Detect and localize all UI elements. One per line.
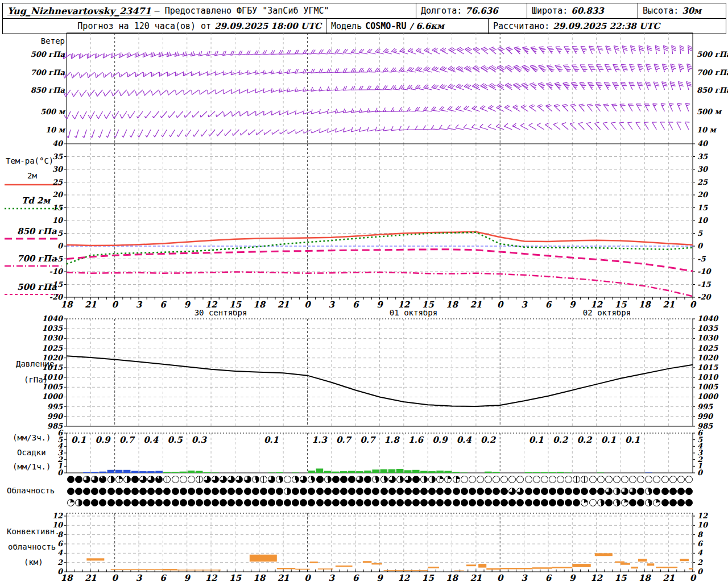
cloud-symbol	[324, 488, 332, 495]
precip-bar	[597, 472, 605, 473]
cloud-symbol	[549, 499, 556, 506]
precip-bar	[316, 468, 324, 473]
cloud-symbol	[396, 476, 404, 483]
hour-label-top: 18	[253, 300, 265, 310]
conv-tick-label: 12	[52, 512, 63, 520]
precip-bar	[99, 472, 106, 473]
cloud-symbol	[461, 499, 468, 506]
cloud-symbol	[533, 488, 540, 495]
hour-label-bottom: 0	[497, 573, 503, 582]
cloud-symbol	[380, 499, 388, 506]
convective-bar	[111, 569, 163, 571]
cloud-symbol	[525, 488, 532, 495]
precip-3h-value: 0.1	[529, 435, 544, 445]
precip-3h-value: 0.5	[167, 435, 182, 445]
temp-tick-label: 35	[52, 152, 63, 161]
precip-bar	[549, 472, 556, 473]
cloud-symbol	[589, 476, 597, 483]
cloud-symbol	[324, 476, 332, 483]
cloud-symbol	[244, 476, 251, 483]
cloud-symbol	[123, 499, 131, 506]
precip-bar	[83, 472, 90, 473]
hour-label-bottom: 6	[353, 573, 358, 582]
precip-bar	[404, 470, 412, 473]
convective-bar	[177, 569, 221, 570]
pressure-tick-label: 1020	[697, 354, 718, 362]
convective-bar	[638, 559, 647, 562]
cloud-symbol	[412, 488, 420, 495]
cloud-symbol	[131, 476, 139, 483]
cloud-symbol	[597, 488, 605, 495]
hour-label-bottom: 21	[470, 573, 482, 582]
cloud-symbol	[477, 476, 484, 483]
hour-label-bottom: 3	[329, 573, 334, 582]
cloud-symbol	[396, 488, 404, 495]
convective-bar	[371, 563, 382, 564]
precip-bar	[541, 472, 548, 473]
precip-bar	[91, 472, 98, 473]
precip-3h-value: 0.3	[192, 435, 206, 445]
pressure-tick-label: 1015	[42, 363, 63, 372]
cloud-symbol	[204, 499, 211, 506]
cloud-symbol	[404, 488, 412, 495]
precip-title: Осадки	[17, 448, 46, 457]
cloud-symbol	[533, 499, 540, 506]
cloud-symbol	[541, 488, 548, 495]
hour-label-bottom: 15	[422, 573, 434, 582]
cloud-symbol	[589, 499, 597, 506]
conv-tick-label: 6	[697, 539, 702, 548]
convective-bar	[689, 568, 693, 569]
cloud-symbol	[613, 488, 621, 495]
cloud-symbol	[420, 488, 428, 495]
wind-level-500m-left: 500 м	[40, 107, 65, 116]
pressure-tick-label: 1025	[42, 344, 63, 352]
temp-tick-label: 5	[57, 229, 63, 238]
cloud-symbol	[453, 476, 460, 483]
cloud-symbol	[541, 499, 548, 506]
convective-bar	[336, 566, 353, 567]
hour-label-bottom: 12	[205, 573, 217, 582]
pressure-tick-label: 1035	[697, 324, 718, 332]
precip-bar	[428, 471, 436, 473]
temp-curve-0	[67, 232, 693, 246]
hour-label-bottom: 21	[278, 573, 289, 582]
cloud-symbol	[196, 499, 203, 506]
hour-label-bottom: 21	[663, 573, 675, 582]
cloud-symbol	[139, 488, 147, 495]
convective-bar	[486, 568, 500, 569]
cloud-symbol	[597, 476, 605, 483]
cloud-symbol	[252, 476, 259, 483]
cloud-symbol	[477, 499, 484, 506]
cloud-symbol	[388, 499, 396, 506]
hour-label-bottom: 6	[545, 573, 551, 582]
precip-tick-label: 0	[697, 468, 702, 477]
cloud-symbol	[324, 499, 332, 506]
temp-panel-title: Тем-ра(°C)	[6, 156, 53, 165]
precip-bar	[525, 472, 532, 473]
meteogram-page: Yug_Nizhnevartovsky_23471 — Предоставлен…	[0, 0, 728, 582]
cloud-symbol	[244, 499, 251, 506]
precip-bar	[565, 472, 572, 473]
precip-bar	[533, 472, 540, 473]
conv-tick-label: 4	[697, 548, 702, 557]
convective-label-line1: Конвективн.	[7, 527, 60, 536]
cloud-symbol	[139, 476, 147, 483]
cloud-symbol	[348, 488, 355, 495]
cloud-symbol	[469, 476, 476, 483]
precip-bar	[268, 472, 275, 473]
precip-bar	[388, 469, 396, 473]
precip-bar	[131, 471, 139, 473]
convective-bar	[621, 563, 630, 564]
convective-bar	[363, 561, 372, 563]
precip-bar	[372, 469, 379, 473]
cloud-symbol	[332, 476, 340, 483]
cloud-symbol	[188, 488, 195, 495]
cloud-symbol	[67, 476, 75, 483]
hour-label-bottom: 0	[111, 573, 117, 582]
cloud-symbol	[260, 476, 267, 483]
precip-bar	[212, 472, 219, 473]
temp-tick-label: 40	[697, 139, 708, 148]
convective-bar	[295, 569, 309, 570]
precip-bar	[396, 469, 404, 473]
precip-3h-value: 0.2	[481, 435, 495, 445]
